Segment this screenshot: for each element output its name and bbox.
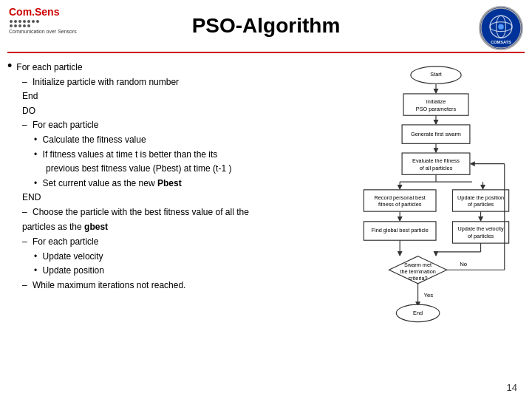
end-label-2: END — [22, 191, 340, 205]
sm-bullet-5: • — [34, 265, 37, 276]
logo-dot — [27, 20, 30, 23]
logo-dot — [36, 20, 39, 23]
if-fitness-cont-label: previous best fitness value (Pbest) at t… — [46, 163, 231, 174]
svg-text:Update the velocity: Update the velocity — [457, 225, 504, 232]
svg-text:fitness of particles: fitness of particles — [378, 201, 422, 208]
init-particle-label: Initialize particle with random number — [33, 77, 179, 87]
dash-icon-4: – — [22, 236, 27, 247]
svg-text:Find global best particle: Find global best particle — [372, 227, 429, 233]
sm-bullet-1: • — [34, 134, 37, 145]
svg-text:of all particles: of all particles — [420, 165, 453, 171]
set-pbest: • Set current value as the new Pbest — [34, 177, 340, 191]
if-fitness: • If fitness values at time t is better … — [34, 148, 340, 162]
svg-text:the termination: the termination — [400, 268, 435, 275]
calc-fitness: • Calculate the fitness value — [34, 133, 340, 147]
sm-bullet-4: • — [34, 251, 37, 262]
sm-bullet-2: • — [34, 149, 37, 160]
svg-text:Swarm met: Swarm met — [404, 262, 432, 268]
svg-text:criteria?: criteria? — [409, 275, 428, 282]
sm-bullet-3: • — [34, 178, 37, 188]
svg-text:Yes: Yes — [423, 292, 433, 299]
flowchart-panel: .fc-rect { fill: #fff; stroke: #333; str… — [347, 61, 525, 371]
update-velocity-label: Update velocity — [43, 251, 103, 262]
svg-text:Start: Start — [430, 71, 441, 78]
svg-text:Evaluate the fitness: Evaluate the fitness — [412, 157, 460, 164]
do-label: DO — [22, 104, 340, 118]
logo-dot — [27, 24, 30, 27]
page-title: PSO-Algorithm — [192, 14, 341, 38]
end-text: End — [22, 91, 38, 101]
do-text: DO — [22, 106, 35, 116]
logo-dot — [23, 20, 26, 23]
logo-tagline: Communication over Sensors — [9, 29, 77, 34]
set-pbest-label: Set current value as the new Pbest — [43, 178, 182, 188]
page-number: 14 — [507, 382, 517, 393]
logo-dot — [10, 20, 13, 23]
for-each-particle-3: – For each particle — [22, 235, 340, 249]
svg-text:No: No — [460, 261, 468, 267]
comsats-logo-right: COMSATS — [479, 6, 523, 50]
while-max-label: While maximum iterations not reached. — [33, 280, 185, 290]
choose-particle-label: Choose the particle with the best fitnes… — [33, 207, 249, 217]
gbest-line: particles as the gbest — [22, 220, 340, 234]
svg-text:Update the position: Update the position — [457, 194, 504, 201]
logo-dots — [9, 19, 41, 28]
dash-icon: – — [22, 77, 27, 87]
svg-text:Record personal best: Record personal best — [374, 194, 426, 201]
for-each-particle-2: – For each particle — [22, 118, 340, 132]
logo-dot — [18, 20, 21, 23]
update-position-label: Update position — [43, 265, 104, 276]
logo-left: Com.Sens Communication over Sensors — [9, 6, 77, 34]
if-fitness-cont: previous best fitness value (Pbest) at t… — [46, 162, 340, 176]
while-max: – While maximum iterations not reached. — [22, 279, 340, 293]
main-content: • For each particle – Initialize particl… — [0, 53, 532, 371]
calc-fitness-label: Calculate the fitness value — [43, 134, 146, 145]
end-label: End — [22, 89, 340, 103]
init-particle: – Initialize particle with random number — [22, 75, 340, 89]
gbest-bold: gbest — [84, 222, 108, 232]
logo-dot — [18, 24, 21, 27]
dash-icon-5: – — [22, 280, 27, 290]
comsats-svg: COMSATS — [479, 7, 523, 49]
svg-text:PSO parameters: PSO parameters — [416, 106, 457, 112]
logo-dot — [23, 24, 26, 27]
logo-dot — [14, 20, 17, 23]
logo-dot — [14, 24, 17, 27]
svg-text:of particles: of particles — [468, 201, 494, 208]
comsens-logo: Com.Sens — [9, 6, 59, 18]
bullet-icon: • — [7, 59, 12, 72]
flowchart-svg: .fc-rect { fill: #fff; stroke: #333; str… — [351, 61, 521, 371]
comsens-text: Com.Sens — [9, 6, 59, 18]
dash-icon-3: – — [22, 207, 27, 217]
svg-text:COMSATS: COMSATS — [491, 40, 511, 44]
for-each-particle-2-label: For each particle — [33, 120, 98, 130]
pbest-bold: Pbest — [157, 178, 182, 188]
comsats-circle: COMSATS — [479, 6, 523, 50]
for-each-particle-3-label: For each particle — [33, 236, 98, 247]
gbest-label: particles as the gbest — [22, 222, 108, 232]
text-panel: • For each particle – Initialize particl… — [7, 61, 340, 371]
dash-icon-2: – — [22, 120, 27, 130]
svg-text:of particles: of particles — [468, 233, 494, 239]
svg-text:End: End — [413, 310, 423, 316]
update-position: • Update position — [34, 264, 340, 278]
svg-point-4 — [498, 24, 503, 29]
update-velocity: • Update velocity — [34, 250, 340, 264]
svg-text:Initialize: Initialize — [426, 98, 446, 105]
choose-particle: – Choose the particle with the best fitn… — [22, 205, 340, 219]
end-text-2: END — [22, 192, 41, 202]
logo-dot — [32, 20, 35, 23]
for-each-particle-label: For each particle — [16, 61, 82, 75]
bullet-for-each-particle: • For each particle — [7, 61, 340, 75]
svg-text:Generate first swarm: Generate first swarm — [411, 131, 461, 137]
if-fitness-label: If fitness values at time t is better th… — [43, 149, 218, 160]
logo-dot — [10, 24, 13, 27]
header: Com.Sens Communication over Sensors PSO-… — [0, 0, 532, 52]
